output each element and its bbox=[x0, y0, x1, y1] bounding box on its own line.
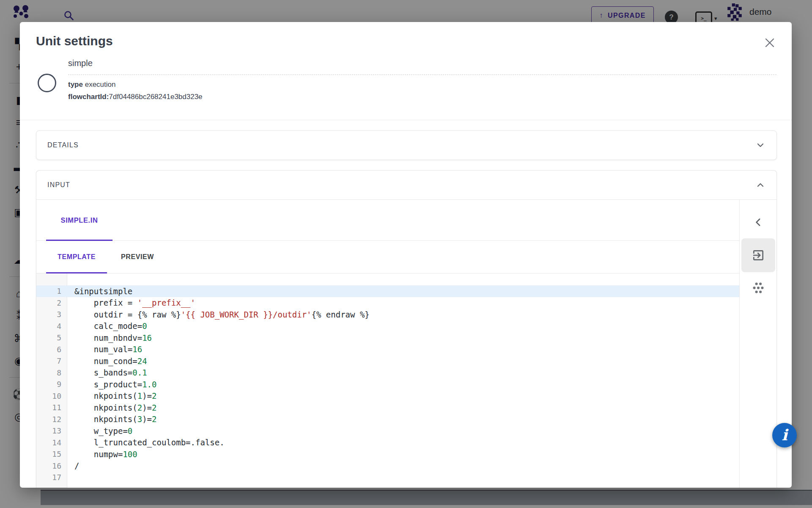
code-line[interactable]: 6 num_val=16 bbox=[36, 344, 739, 356]
info-icon: i bbox=[782, 427, 787, 442]
unit-type-label: type bbox=[68, 80, 83, 88]
code-line[interactable]: 9 s_product=1.0 bbox=[36, 378, 739, 390]
dialog-title: Unit settings bbox=[36, 34, 113, 48]
code-text: / bbox=[67, 461, 79, 470]
flowchart-id-value: 7df04486bc268241e3bd323e bbox=[109, 93, 202, 101]
code-line[interactable]: 1&inputsimple bbox=[36, 285, 739, 297]
code-text: &inputsimple bbox=[67, 287, 132, 296]
chevron-down-icon[interactable] bbox=[755, 140, 765, 150]
input-accordion: INPUT SIMPLE.IN TEMPLATE PREVIEW 1& bbox=[36, 170, 777, 488]
line-number: 15 bbox=[36, 450, 67, 458]
flowchart-id-label: flowchartId: bbox=[68, 93, 109, 101]
input-accordion-header[interactable]: INPUT bbox=[36, 171, 776, 200]
code-text: s_bands=0.1 bbox=[67, 368, 147, 377]
tab-template[interactable]: TEMPLATE bbox=[46, 253, 107, 261]
code-text: w_type=0 bbox=[67, 426, 132, 436]
code-text: num_nbndv=16 bbox=[67, 333, 152, 342]
code-text: nkpoints(3)=2 bbox=[67, 414, 157, 424]
code-text: prefix = '__prefix__' bbox=[67, 298, 195, 307]
code-line[interactable]: 12 nkpoints(3)=2 bbox=[36, 414, 739, 425]
line-number: 16 bbox=[36, 461, 67, 470]
line-number: 13 bbox=[36, 426, 67, 435]
code-line[interactable]: 3 outdir = {% raw %}'{{ JOB_WORK_DIR }}/… bbox=[36, 309, 739, 320]
dots-icon bbox=[752, 281, 765, 295]
line-number: 14 bbox=[36, 438, 67, 447]
code-text: l_truncated_coulomb=.false. bbox=[67, 438, 225, 447]
collapse-panel-button[interactable] bbox=[751, 215, 765, 229]
line-number: 12 bbox=[36, 415, 67, 424]
code-line[interactable]: 14 l_truncated_coulomb=.false. bbox=[36, 437, 739, 449]
code-text: calc_mode=0 bbox=[67, 321, 147, 331]
line-number: 3 bbox=[36, 310, 67, 319]
code-line[interactable]: 11 nkpoints(2)=2 bbox=[36, 402, 739, 414]
line-number: 4 bbox=[36, 322, 67, 331]
code-text: num_cond=24 bbox=[67, 356, 147, 366]
code-text: nkpoints(2)=2 bbox=[67, 403, 157, 412]
code-text: s_product=1.0 bbox=[67, 380, 156, 389]
chevron-left-icon bbox=[752, 216, 765, 229]
code-text: nkpoints(1)=2 bbox=[67, 391, 157, 400]
header-divider bbox=[20, 120, 792, 120]
line-number: 6 bbox=[36, 345, 67, 354]
dashed-divider bbox=[68, 75, 776, 75]
code-line[interactable]: 16/ bbox=[36, 460, 739, 472]
line-number: 8 bbox=[36, 368, 67, 377]
line-number: 17 bbox=[36, 473, 67, 482]
code-line[interactable]: 5 num_nbndv=16 bbox=[36, 332, 739, 344]
tab-simple-in[interactable]: SIMPLE.IN bbox=[46, 216, 112, 224]
line-number: 9 bbox=[36, 380, 67, 389]
exit-to-app-icon bbox=[752, 248, 765, 262]
line-number: 10 bbox=[36, 392, 67, 400]
unit-status-circle-icon bbox=[38, 74, 56, 92]
unit-info: simple type execution flowchartId:7df044… bbox=[68, 58, 776, 101]
line-number: 5 bbox=[36, 333, 67, 342]
code-line[interactable]: 10 nkpoints(1)=2 bbox=[36, 390, 739, 402]
info-button[interactable]: i bbox=[772, 423, 797, 447]
code-text: outdir = {% raw %}'{{ JOB_WORK_DIR }}/ou… bbox=[67, 310, 370, 319]
chevron-up-icon[interactable] bbox=[755, 180, 765, 190]
line-number: 11 bbox=[36, 403, 67, 412]
input-label: INPUT bbox=[47, 181, 70, 189]
code-text: numpw=100 bbox=[67, 450, 137, 459]
code-editor[interactable]: 1&inputsimple2 prefix = '__prefix__'3 ou… bbox=[36, 273, 739, 488]
unit-settings-dialog: Unit settings simple type execution flow… bbox=[20, 22, 792, 488]
code-line[interactable]: 2 prefix = '__prefix__' bbox=[36, 297, 739, 309]
editor-side-toolbar bbox=[740, 200, 776, 488]
line-number: 7 bbox=[36, 356, 67, 365]
close-icon[interactable] bbox=[763, 36, 777, 50]
blur-dots-button[interactable] bbox=[751, 280, 766, 295]
details-accordion[interactable]: DETAILS bbox=[36, 130, 777, 160]
unit-name: simple bbox=[68, 58, 776, 68]
code-line[interactable]: 17 bbox=[36, 472, 739, 483]
line-number: 2 bbox=[36, 298, 67, 307]
unit-flowchart-row: flowchartId:7df04486bc268241e3bd323e bbox=[68, 93, 776, 101]
code-line[interactable]: 7 num_cond=24 bbox=[36, 355, 739, 367]
code-line[interactable]: 15 numpw=100 bbox=[36, 448, 739, 460]
tab-preview[interactable]: PREVIEW bbox=[107, 253, 168, 261]
unit-type-row: type execution bbox=[68, 80, 776, 89]
code-text: num_val=16 bbox=[67, 345, 142, 354]
code-line[interactable]: 4 calc_mode=0 bbox=[36, 320, 739, 332]
code-line[interactable]: 8 s_bands=0.1 bbox=[36, 367, 739, 379]
line-number: 1 bbox=[36, 287, 67, 295]
details-label: DETAILS bbox=[47, 141, 79, 149]
code-line[interactable]: 13 w_type=0 bbox=[36, 425, 739, 437]
unit-type-value: execution bbox=[85, 80, 116, 88]
editor-tab-bar: TEMPLATE PREVIEW bbox=[36, 241, 739, 273]
editor-panel: SIMPLE.IN TEMPLATE PREVIEW 1&inputsimple… bbox=[36, 200, 740, 488]
file-tab-bar: SIMPLE.IN bbox=[36, 200, 739, 241]
input-mode-button[interactable] bbox=[741, 238, 775, 272]
